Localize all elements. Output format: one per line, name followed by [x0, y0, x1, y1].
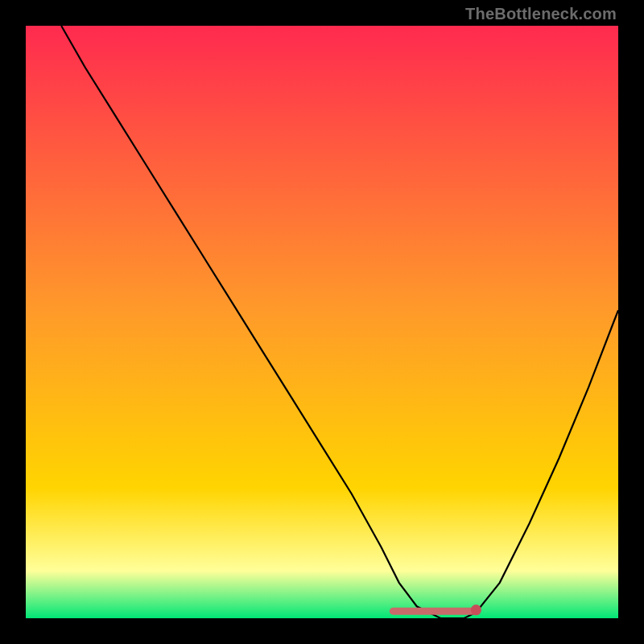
- valley-marker-dot: [471, 605, 481, 615]
- chart-frame: [26, 26, 618, 618]
- chart-curve: [26, 26, 618, 618]
- watermark-text: TheBottleneck.com: [465, 5, 617, 23]
